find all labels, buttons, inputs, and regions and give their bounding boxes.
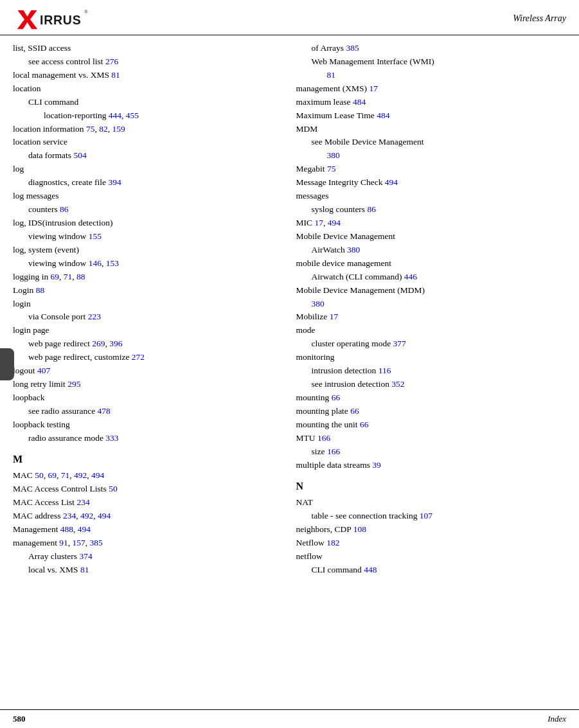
page-link[interactable]: 295 — [67, 379, 80, 389]
index-entry: mode — [296, 324, 567, 337]
page-link[interactable]: 444 — [109, 111, 121, 120]
xirrus-logo: IRRUS ® — [13, 6, 90, 31]
page-link[interactable]: 69 — [51, 272, 60, 281]
page-link[interactable]: 157 — [73, 538, 85, 547]
page-link[interactable]: 276 — [105, 57, 118, 66]
index-entry: CLI command 448 — [296, 564, 567, 577]
page-link[interactable]: 153 — [106, 258, 119, 268]
page-link[interactable]: 478 — [98, 406, 111, 416]
index-entry: see access control list 276 — [13, 55, 283, 69]
page-link[interactable]: 108 — [353, 524, 366, 534]
index-entry: MIC 17, 494 — [296, 217, 567, 230]
page-link[interactable]: 50 — [35, 470, 44, 480]
page-link[interactable]: 159 — [112, 124, 125, 134]
index-entry: via Console port 223 — [13, 310, 283, 324]
page-link[interactable]: 86 — [368, 204, 377, 214]
page-link[interactable]: 146 — [89, 258, 102, 268]
page-link[interactable]: 234 — [63, 511, 76, 520]
svg-text:IRRUS: IRRUS — [40, 13, 81, 27]
page-link[interactable]: 71 — [64, 272, 73, 281]
index-entry: location — [13, 82, 283, 96]
index-entry: MAC address 234, 492, 494 — [13, 510, 283, 523]
index-entry: Netflow 182 — [296, 537, 567, 550]
page-link[interactable]: 385 — [346, 43, 359, 53]
index-entry: see radio assurance 478 — [13, 405, 283, 418]
page-link[interactable]: 380 — [347, 245, 360, 254]
index-entry: MTU 166 — [296, 432, 567, 445]
page-link[interactable]: 394 — [108, 177, 121, 187]
index-entry: table - see connection tracking 107 — [296, 510, 567, 523]
index-entry: mobile device management — [296, 257, 567, 271]
page-link[interactable]: 107 — [420, 511, 432, 520]
index-entry: cluster operating mode 377 — [296, 337, 567, 351]
page-link[interactable]: 81 — [80, 565, 89, 574]
page-link[interactable]: 484 — [377, 111, 389, 120]
page-link[interactable]: 75 — [86, 124, 95, 134]
page-link[interactable]: 504 — [73, 150, 86, 160]
page-link[interactable]: 377 — [393, 339, 406, 348]
index-entry: web page redirect, customize 272 — [13, 351, 283, 364]
page-link[interactable]: 380 — [312, 299, 325, 308]
page-link[interactable]: 66 — [360, 420, 369, 429]
page-link[interactable]: 455 — [126, 111, 139, 120]
page-link[interactable]: 492 — [74, 470, 87, 480]
page-link[interactable]: 333 — [105, 433, 118, 443]
index-entry: location service — [13, 136, 283, 149]
page-link[interactable]: 88 — [36, 285, 45, 295]
page-link[interactable]: 494 — [91, 470, 104, 480]
page-link[interactable]: 155 — [89, 231, 102, 241]
page-link[interactable]: 71 — [61, 470, 70, 480]
index-entry: NAT — [296, 496, 567, 510]
index-entry: logout 407 — [13, 364, 283, 378]
page-link[interactable]: 166 — [317, 433, 330, 443]
index-entry: Web Management Interface (WMI) — [296, 55, 567, 69]
page-link[interactable]: 494 — [98, 511, 111, 520]
page-link[interactable]: 396 — [109, 339, 122, 348]
page-link[interactable]: 446 — [404, 272, 417, 281]
page-link[interactable]: 385 — [90, 538, 103, 547]
page-link[interactable]: 82 — [99, 124, 108, 134]
page-link[interactable]: 86 — [60, 204, 69, 214]
page-link[interactable]: 234 — [76, 497, 89, 507]
page-link[interactable]: 269 — [92, 339, 105, 348]
page-link[interactable]: 91 — [59, 538, 68, 547]
page-link[interactable]: 81 — [111, 70, 120, 80]
index-entry: 380 — [296, 149, 567, 163]
page-link[interactable]: 166 — [327, 447, 340, 456]
page-link[interactable]: 494 — [385, 177, 398, 187]
page-link[interactable]: 484 — [353, 97, 366, 107]
page-link[interactable]: 223 — [88, 312, 101, 321]
page-link[interactable]: 407 — [37, 366, 50, 375]
page-link[interactable]: 494 — [328, 218, 341, 227]
page-link[interactable]: 272 — [132, 352, 145, 362]
right-column: of Arrays 385Web Management Interface (W… — [290, 42, 567, 577]
page-link[interactable]: 494 — [78, 524, 91, 534]
page-link[interactable]: 116 — [379, 366, 391, 375]
page-link[interactable]: 182 — [326, 538, 339, 547]
index-entry: Login 88 — [13, 284, 283, 297]
page-link[interactable]: 66 — [332, 393, 341, 402]
index-entry: counters 86 — [13, 203, 283, 217]
page-link[interactable]: 81 — [327, 70, 336, 80]
page-link[interactable]: 380 — [327, 150, 340, 160]
page-link[interactable]: 17 — [369, 84, 378, 93]
page-link[interactable]: 352 — [391, 379, 404, 389]
page-link[interactable]: 66 — [350, 406, 359, 416]
page-link[interactable]: 39 — [372, 460, 381, 470]
index-entry: see intrusion detection 352 — [296, 378, 567, 391]
page-link[interactable]: 88 — [76, 272, 85, 281]
page-link[interactable]: 448 — [364, 565, 377, 574]
page-link[interactable]: 17 — [314, 218, 323, 227]
index-entry: messages — [296, 190, 567, 203]
page-link[interactable]: 492 — [80, 511, 93, 520]
page-link[interactable]: 69 — [48, 470, 57, 480]
page-link[interactable]: 75 — [327, 164, 336, 173]
page-link[interactable]: 488 — [60, 524, 73, 534]
page-link[interactable]: 374 — [79, 551, 92, 561]
index-entry: syslog counters 86 — [296, 203, 567, 217]
index-entry: loopback — [13, 391, 283, 405]
page-link[interactable]: 50 — [109, 484, 118, 493]
page-link[interactable]: 17 — [330, 312, 339, 321]
index-entry: maximum lease 484 — [296, 96, 567, 109]
index-entry: local vs. XMS 81 — [13, 564, 283, 577]
